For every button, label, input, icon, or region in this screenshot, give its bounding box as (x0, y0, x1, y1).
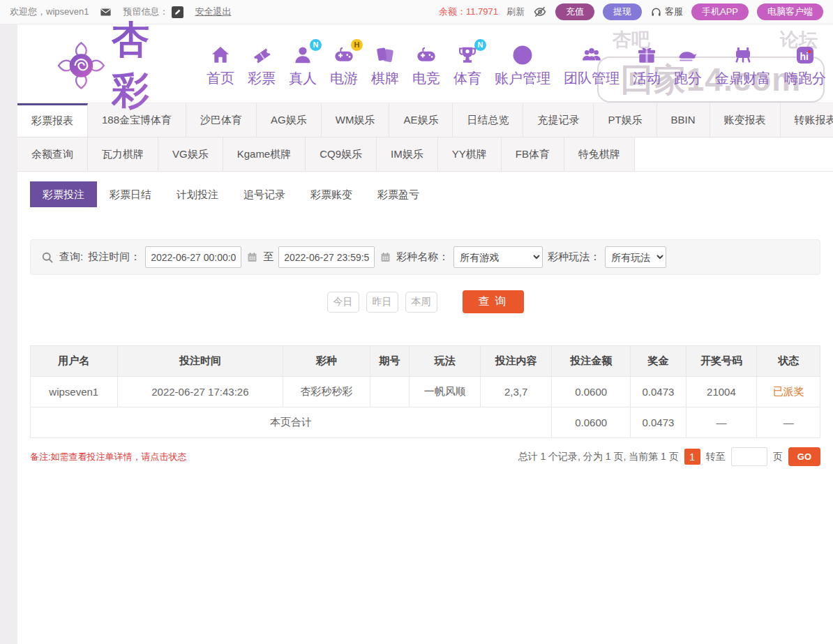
logout-link[interactable]: 安全退出 (195, 6, 231, 18)
lottery-name-label: 彩种名称： (396, 250, 449, 264)
nav-item-esports[interactable]: 电竞 (412, 44, 440, 88)
today-button[interactable]: 今日 (327, 292, 359, 313)
summary-row: 本页合计 0.0600 0.0473 — — (31, 407, 820, 438)
cell-content: 2,3,7 (481, 377, 552, 407)
nav-label: 彩票 (248, 69, 276, 88)
main-nav: 首页 彩票 N 真人 H 电游 (207, 44, 826, 88)
mobile-app-button[interactable]: 手机APP (691, 3, 749, 20)
nav-label: 账户管理 (495, 69, 550, 88)
hi-icon: hi (794, 44, 816, 66)
nav-item-team[interactable]: 团队管理 (564, 44, 620, 88)
withdraw-button[interactable]: 提现 (603, 3, 642, 20)
tab-item[interactable]: WM娱乐 (322, 103, 390, 137)
table-footer: 备注:如需查看投注单详情，请点击状态 总计 1 个记录, 分为 1 页, 当前第… (30, 447, 820, 466)
col-numbers: 开奖号码 (686, 346, 757, 377)
customer-service-link[interactable]: 客服 (650, 6, 683, 18)
date-to-input[interactable] (278, 246, 375, 268)
tab-item[interactable]: Kgame棋牌 (223, 137, 306, 171)
bet-time-label: 投注时间： (88, 250, 140, 264)
tab-item[interactable]: PT娱乐 (594, 103, 656, 137)
tab-item[interactable]: AE娱乐 (389, 103, 453, 137)
tab-item[interactable]: FB体育 (502, 137, 564, 171)
cell-numbers: 21004 (686, 377, 757, 407)
pc-client-button[interactable]: 电脑客户端 (757, 3, 823, 20)
subtab-item[interactable]: 彩票日结 (97, 181, 164, 207)
search-icon (40, 250, 54, 264)
summary-amount: 0.0600 (552, 407, 631, 438)
brand-logo[interactable]: 杏彩 (57, 15, 186, 117)
new-badge: N (474, 39, 486, 51)
summary-dash: — (757, 407, 820, 438)
tab-item[interactable]: 充提记录 (523, 103, 594, 137)
go-button[interactable]: GO (788, 447, 820, 466)
col-username: 用户名 (31, 346, 118, 377)
headphones-icon (650, 6, 662, 18)
eye-off-icon[interactable] (533, 5, 547, 19)
search-panel: 查询: 投注时间： 至 彩种名称： 所有游戏 彩种玩法： 所有玩法 (30, 239, 820, 275)
tab-item[interactable]: 余额查询 (17, 137, 88, 171)
gamepad-icon: H (333, 44, 355, 66)
subtab-item[interactable]: 计划投注 (164, 181, 231, 207)
pagination-summary: 总计 1 个记录, 分为 1 页, 当前第 1 页 (518, 451, 679, 463)
tab-item[interactable]: IM娱乐 (377, 137, 438, 171)
to-label: 至 (263, 250, 273, 264)
yen-circle-icon (511, 44, 534, 66)
nav-item-egames[interactable]: H 电游 (330, 44, 358, 88)
tab-item[interactable]: 日结总览 (453, 103, 523, 137)
nav-label: 首页 (207, 69, 234, 88)
nav-item-hipaofen[interactable]: hi 嗨跑分 (784, 44, 826, 88)
cell-amount: 0.0600 (552, 377, 631, 407)
recharge-button[interactable]: 充值 (555, 3, 594, 20)
refresh-link[interactable]: 刷新 (506, 6, 525, 18)
home-icon (209, 44, 232, 66)
nav-item-account[interactable]: 账户管理 (495, 44, 550, 88)
tab-item[interactable]: 转账报表 (781, 103, 833, 137)
pagination: 总计 1 个记录, 分为 1 页, 当前第 1 页 1 转至 页 GO (518, 447, 821, 466)
this-week-button[interactable]: 本周 (405, 292, 437, 313)
tab-item[interactable]: CQ9娱乐 (306, 137, 377, 171)
subtab-item[interactable]: 彩票账变 (298, 181, 365, 207)
cell-username: wipseven1 (31, 377, 118, 407)
subtab-item[interactable]: 彩票投注 (30, 181, 97, 207)
summary-prize: 0.0473 (631, 407, 686, 438)
tab-item[interactable]: AG娱乐 (257, 103, 322, 137)
nav-item-jinding[interactable]: 金鼎财富 (715, 44, 771, 88)
nav-item-home[interactable]: 首页 (207, 44, 234, 88)
nav-item-lottery[interactable]: 彩票 (248, 44, 276, 88)
col-amount: 投注金额 (552, 346, 631, 377)
play-type-select[interactable]: 所有玩法 (605, 246, 666, 268)
cell-issue (370, 377, 410, 407)
tab-item[interactable]: 特兔棋牌 (564, 137, 635, 171)
nav-item-live[interactable]: N 真人 (289, 44, 317, 88)
yesterday-button[interactable]: 昨日 (366, 292, 398, 313)
col-prize: 奖金 (631, 346, 686, 377)
subtab-item[interactable]: 彩票盈亏 (365, 181, 432, 207)
nav-item-promotions[interactable]: 活动 (633, 44, 661, 88)
nav-item-boardgames[interactable]: 棋牌 (371, 44, 399, 88)
nav-label: 真人 (289, 69, 317, 88)
calendar-icon[interactable] (246, 251, 258, 263)
lottery-name-select[interactable]: 所有游戏 (453, 246, 543, 268)
nav-item-paofen[interactable]: 跑分 (674, 44, 702, 88)
tab-item[interactable]: VG娱乐 (158, 137, 223, 171)
goto-page-input[interactable] (731, 447, 767, 466)
tab-item[interactable]: 账变报表 (710, 103, 781, 137)
tab-item[interactable]: 沙巴体育 (186, 103, 257, 137)
col-content: 投注内容 (481, 346, 552, 377)
tab-item[interactable]: 瓦力棋牌 (88, 137, 158, 171)
tab-item[interactable]: YY棋牌 (438, 137, 502, 171)
status-link[interactable]: 已派奖 (773, 385, 804, 397)
nav-item-sports[interactable]: N 体育 (453, 44, 481, 88)
search-button[interactable]: 查 询 (463, 290, 524, 313)
tab-item[interactable]: BBIN (657, 103, 710, 137)
people-icon (580, 44, 603, 66)
date-from-input[interactable] (145, 246, 241, 268)
calendar-icon[interactable] (380, 251, 391, 263)
person-icon: N (292, 44, 314, 66)
cell-lottery: 杏彩秒秒彩 (283, 377, 370, 407)
subtab-item[interactable]: 追号记录 (231, 181, 298, 207)
quick-filter-row: 今日 昨日 本周 查 询 (17, 290, 833, 313)
page-unit-label: 页 (773, 451, 783, 463)
col-status: 状态 (757, 346, 820, 377)
current-page-button[interactable]: 1 (684, 449, 700, 465)
